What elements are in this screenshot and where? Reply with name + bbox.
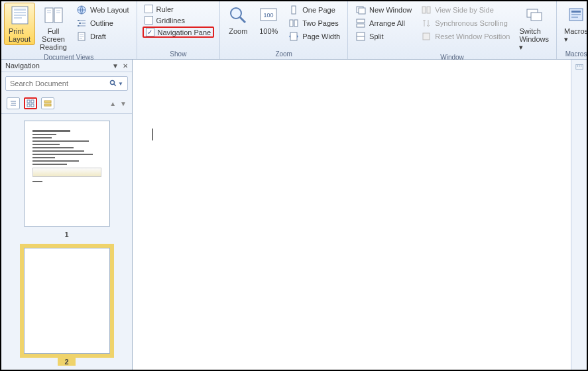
headings-tab-icon <box>9 99 17 107</box>
thumbnail-page-2[interactable]: 2 <box>11 248 123 366</box>
svg-rect-54 <box>44 101 51 103</box>
sync-scroll-icon <box>421 18 432 28</box>
nav-tabs: ▲ ▼ <box>1 95 132 114</box>
hundred-percent-button[interactable]: 100 100% <box>253 3 284 37</box>
ruler-label: Ruler <box>156 5 174 13</box>
svg-rect-32 <box>357 19 365 23</box>
svg-line-23 <box>240 17 245 23</box>
group-window: New Window Arrange All Split View Side b… <box>348 1 557 59</box>
thumbnail-preview <box>24 121 110 227</box>
arrange-all-label: Arrange All <box>369 19 405 27</box>
navigation-pane-checkbox[interactable]: ✓ Navigation Pane <box>143 26 215 38</box>
outline-button[interactable]: Outline <box>74 17 131 29</box>
arrange-all-button[interactable]: Arrange All <box>353 17 414 29</box>
svg-rect-2 <box>14 12 26 13</box>
ruler-checkbox[interactable]: Ruler <box>143 4 215 14</box>
page-width-button[interactable]: Page Width <box>286 30 342 42</box>
one-page-label: One Page <box>302 6 335 14</box>
draft-button[interactable]: Draft <box>74 30 131 42</box>
print-layout-button[interactable]: Print Layout <box>4 3 35 45</box>
search-input[interactable] <box>6 77 105 90</box>
hundred-label: 100% <box>259 27 278 35</box>
right-gutter <box>571 60 587 370</box>
full-screen-reading-button[interactable]: Full Screen Reading <box>35 3 72 53</box>
two-pages-button[interactable]: Two Pages <box>286 17 342 29</box>
reset-pos-button: Reset Window Position <box>419 30 512 42</box>
svg-rect-40 <box>531 13 542 21</box>
reset-pos-icon <box>421 31 432 42</box>
page-width-label: Page Width <box>302 32 340 40</box>
new-window-button[interactable]: New Window <box>353 4 414 16</box>
search-button[interactable]: ▼ <box>105 77 127 90</box>
book-icon <box>43 5 64 26</box>
svg-rect-29 <box>290 32 297 40</box>
draft-icon <box>76 31 87 42</box>
checkbox-empty-icon <box>145 16 153 25</box>
svg-rect-28 <box>294 20 298 26</box>
sync-scroll-label: Synchronous Scrolling <box>435 19 507 27</box>
svg-rect-42 <box>571 11 581 13</box>
gridlines-label: Gridlines <box>156 17 185 25</box>
checkbox-empty-icon <box>145 5 153 13</box>
thumbnail-page-1[interactable]: 1 <box>11 121 123 238</box>
magnifier-icon <box>227 5 249 26</box>
next-result-icon[interactable]: ▼ <box>120 100 127 107</box>
close-icon[interactable]: ✕ <box>123 62 128 70</box>
svg-rect-31 <box>359 8 365 14</box>
svg-rect-50 <box>27 100 30 103</box>
svg-rect-26 <box>292 6 296 14</box>
svg-rect-12 <box>78 20 80 21</box>
svg-rect-53 <box>31 104 34 107</box>
svg-rect-15 <box>82 23 86 24</box>
one-page-icon <box>288 5 299 15</box>
macros-button[interactable]: Macros ▾ <box>559 3 588 45</box>
hundred-icon: 100 <box>258 5 279 26</box>
svg-text:100: 100 <box>264 12 274 19</box>
split-icon <box>355 31 366 42</box>
switch-windows-button[interactable]: Switch Windows ▾ <box>514 3 554 53</box>
tab-results[interactable] <box>41 97 54 109</box>
ruler-toggle-icon[interactable] <box>575 62 584 72</box>
navigation-title: Navigation <box>5 62 40 70</box>
switch-windows-icon <box>524 5 545 26</box>
svg-rect-13 <box>80 20 86 21</box>
thumbnails-tab-icon <box>27 99 34 107</box>
web-layout-button[interactable]: Web Layout <box>74 4 131 16</box>
tab-headings[interactable] <box>7 97 20 109</box>
thumbnails-list[interactable]: 1 2 <box>1 114 132 370</box>
print-layout-label: Print Layout <box>9 27 30 43</box>
checkbox-checked-icon: ✓ <box>146 28 154 36</box>
workspace: Navigation ▼ ✕ ▼ ▲ <box>1 60 587 370</box>
zoom-button[interactable]: Zoom <box>223 3 253 37</box>
svg-rect-38 <box>423 33 430 40</box>
new-window-label: New Window <box>369 6 412 14</box>
text-cursor <box>152 129 153 140</box>
two-pages-label: Two Pages <box>302 19 338 27</box>
svg-rect-27 <box>290 20 293 26</box>
full-screen-label: Full Screen Reading <box>40 27 67 51</box>
side-by-side-icon <box>421 5 432 15</box>
svg-rect-55 <box>44 104 51 106</box>
svg-rect-44 <box>571 17 578 18</box>
group-label-zoom: Zoom <box>223 50 345 59</box>
prev-result-icon[interactable]: ▲ <box>109 100 116 107</box>
thumbnail-number: 2 <box>58 358 75 366</box>
split-button[interactable]: Split <box>353 30 414 42</box>
one-page-button[interactable]: One Page <box>286 4 342 16</box>
switch-windows-label: Switch Windows ▾ <box>519 27 549 51</box>
ribbon: Print Layout Full Screen Reading Web Lay… <box>1 1 587 60</box>
group-label-macros: Macros <box>559 50 588 59</box>
navigation-header: Navigation ▼ ✕ <box>1 60 132 72</box>
chevron-down-icon[interactable]: ▼ <box>112 62 119 70</box>
sync-scroll-button: Synchronous Scrolling <box>419 17 512 29</box>
group-show: Ruler Gridlines ✓ Navigation Pane Show <box>137 1 221 59</box>
web-layout-label: Web Layout <box>90 6 129 14</box>
document-area[interactable] <box>133 60 587 370</box>
tab-thumbnails[interactable] <box>24 97 37 109</box>
search-box[interactable]: ▼ <box>5 76 128 91</box>
svg-rect-51 <box>31 100 34 103</box>
svg-rect-5 <box>45 8 53 23</box>
gridlines-checkbox[interactable]: Gridlines <box>143 15 215 25</box>
svg-rect-16 <box>78 25 80 26</box>
page-width-icon <box>288 31 299 42</box>
